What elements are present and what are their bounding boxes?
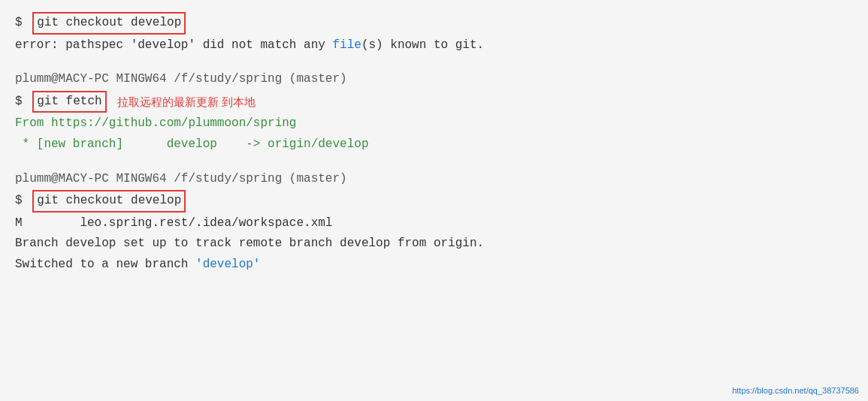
cmd-line-1: $ git checkout develop [15, 12, 853, 35]
switched-start: Switched to a new branch [15, 255, 195, 275]
branch-set-text: Branch develop set up to track remote br… [15, 234, 484, 254]
annotation-zh: 拉取远程的最新更新 到本地 [117, 93, 256, 111]
error-line: error: pathspec 'develop' did not match … [15, 36, 853, 56]
prompt-info-3: plumm@MACY-PC MINGW64 /f/study/spring (m… [15, 170, 853, 189]
cmd-line-3: $ git checkout develop [15, 190, 853, 213]
branch-set-line: Branch develop set up to track remote br… [15, 234, 853, 254]
prompt-2: $ [15, 92, 29, 112]
error-file: file [332, 36, 361, 56]
prompt-info-text-2: plumm@MACY-PC MINGW64 /f/study/spring (m… [15, 70, 347, 89]
branch-line: * [new branch] develop -> origin/develop [15, 135, 853, 155]
from-line: From https://github.com/plummoon/spring [15, 114, 853, 134]
cmd-box-3: git checkout develop [32, 190, 186, 213]
branch-text: * [new branch] develop -> origin/develop [15, 135, 368, 155]
cmd-box-1: git checkout develop [32, 12, 186, 35]
prompt-info-text-3: plumm@MACY-PC MINGW64 /f/study/spring (m… [15, 170, 347, 189]
switched-line: Switched to a new branch 'develop' [15, 255, 853, 275]
from-text: From https://github.com/plummoon/spring [15, 114, 296, 134]
prompt-info-2: plumm@MACY-PC MINGW64 /f/study/spring (m… [15, 70, 853, 89]
switched-develop: 'develop' [195, 255, 260, 275]
prompt-3: $ [15, 191, 29, 211]
prompt-1: $ [15, 14, 29, 33]
m-text: M leo.spring.rest/.idea/workspace.xml [15, 214, 332, 234]
terminal-content: $ git checkout develop error: pathspec '… [15, 12, 853, 275]
error-text-2: (s) known to git. [361, 36, 484, 56]
watermark: https://blog.csdn.net/qq_38737586 [732, 386, 859, 395]
cmd-box-2: git fetch [32, 91, 106, 113]
cmd-line-2: $ git fetch 拉取远程的最新更新 到本地 [15, 91, 853, 113]
m-line: M leo.spring.rest/.idea/workspace.xml [15, 214, 853, 234]
error-text-1: error: pathspec 'develop' did not match … [15, 36, 332, 56]
